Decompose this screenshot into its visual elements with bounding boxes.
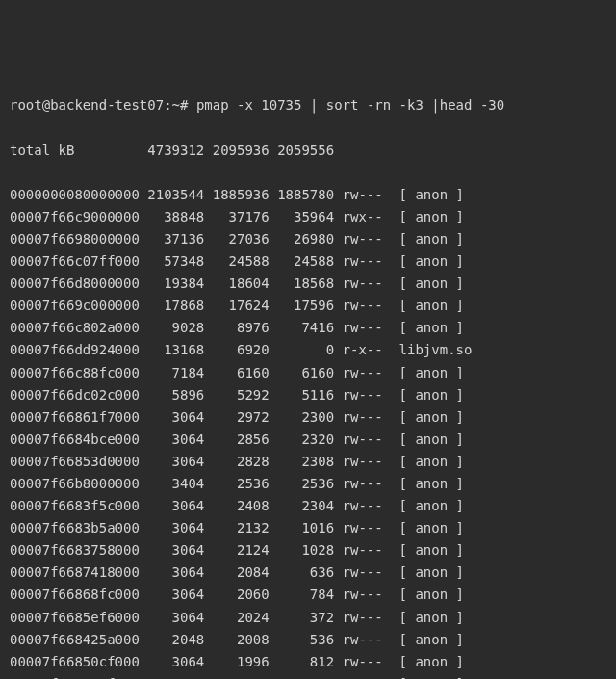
pmap-row: 00007f66dd924000 13168 6920 0 r-x-- libj… [10, 339, 606, 361]
pmap-row: 00007f6685ef6000 3064 2024 372 rw--- [ a… [10, 607, 606, 629]
pmap-row: 0000000080000000 2103544 1885936 1885780… [10, 184, 606, 206]
pmap-row: 00007f66dc02c000 5896 5292 5116 rw--- [ … [10, 384, 606, 406]
pmap-row: 00007f66c07ff000 57348 24588 24588 rw---… [10, 250, 606, 273]
pmap-row: 00007f6683b5a000 3064 2132 1016 rw--- [ … [10, 517, 606, 539]
pmap-row: 00007f66850cf000 3064 1996 812 rw--- [ a… [10, 651, 606, 673]
pmap-row: 00007f66c88fc000 7184 6160 6160 rw--- [ … [10, 362, 606, 384]
pmap-row: 00007f6698000000 37136 27036 26980 rw---… [10, 228, 606, 250]
pmap-row: 00007f6683f5c000 3064 2408 2304 rw--- [ … [10, 495, 606, 517]
pmap-row: 00007f669c000000 17868 17624 17596 rw---… [10, 295, 606, 317]
pmap-row: 00007f6687418000 3064 2084 636 rw--- [ a… [10, 561, 606, 584]
prompt: root@backend-test07:~# [10, 97, 188, 113]
total-line: total kB 4739312 2095936 2059556 [10, 140, 606, 162]
pmap-row: 00007f668425a000 2048 2008 536 rw--- [ a… [10, 629, 606, 651]
pmap-row: 00007f66d8000000 19384 18604 18568 rw---… [10, 273, 606, 295]
pmap-row: 00007f66c802a000 9028 8976 7416 rw--- [ … [10, 317, 606, 339]
pmap-row: 00007f66861f7000 3064 2972 2300 rw--- [ … [10, 406, 606, 429]
command: pmap -x 10735 | sort -rn -k3 |head -30 [196, 97, 504, 113]
pmap-row: 00007f6683758000 3064 2124 1028 rw--- [ … [10, 539, 606, 561]
pmap-row: 00007f6684bce000 3064 2856 2320 rw--- [ … [10, 429, 606, 451]
pmap-row: 00007f66c9000000 38848 37176 35964 rwx--… [10, 206, 606, 228]
pmap-row: 00007f66b8000000 3404 2536 2536 rw--- [ … [10, 473, 606, 495]
pmap-row: 00007f66853d0000 3064 2828 2308 rw--- [ … [10, 451, 606, 473]
prompt-line: root@backend-test07:~# pmap -x 10735 | s… [10, 94, 606, 117]
pmap-row: 00007f668114f000 2048 1992 1588 rw--- [ … [10, 673, 606, 679]
pmap-row: 00007f66868fc000 3064 2060 784 rw--- [ a… [10, 584, 606, 606]
